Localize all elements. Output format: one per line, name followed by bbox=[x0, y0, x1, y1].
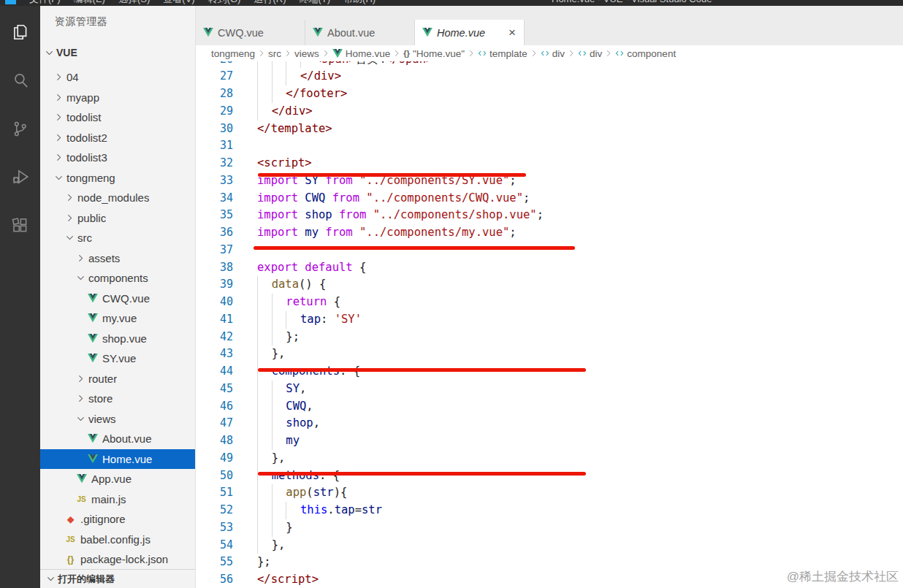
line-number[interactable]: 50 bbox=[196, 467, 233, 485]
line-number[interactable]: 52 bbox=[196, 502, 233, 519]
line-number[interactable]: 28 bbox=[196, 85, 233, 103]
code-line-53[interactable]: 53} bbox=[196, 519, 903, 537]
line-number[interactable]: 32 bbox=[196, 155, 233, 172]
line-number[interactable]: 56 bbox=[196, 571, 233, 588]
code-line-33[interactable]: 33import SY from "../components/SY.vue"; bbox=[196, 172, 903, 190]
code-line-34[interactable]: 34import CWQ from "../components/CWQ.vue… bbox=[196, 190, 903, 207]
code-line-32[interactable]: 32<script> bbox=[196, 155, 903, 172]
sidebar-item-src[interactable]: src bbox=[40, 228, 195, 248]
code-line-28[interactable]: 28</footer> bbox=[196, 85, 903, 103]
code-line-37[interactable]: 37 bbox=[196, 242, 903, 259]
line-number[interactable]: 53 bbox=[196, 519, 233, 537]
line-number[interactable]: 35 bbox=[196, 207, 233, 224]
sidebar-item-shop-vue[interactable]: shop.vue bbox=[40, 329, 195, 349]
code-line-54[interactable]: 54}, bbox=[196, 537, 903, 554]
tab-home-vue[interactable]: Home.vue× bbox=[415, 20, 525, 45]
line-number[interactable]: 30 bbox=[196, 121, 233, 138]
code-line-30[interactable]: 30</template> bbox=[196, 121, 903, 138]
code-line-40[interactable]: 40return { bbox=[196, 294, 903, 311]
explorer-icon[interactable] bbox=[3, 8, 38, 56]
code-line-43[interactable]: 43}, bbox=[196, 345, 903, 363]
code-line-27[interactable]: 27</div> bbox=[196, 68, 903, 85]
breadcrumb-src[interactable]: src bbox=[268, 48, 281, 59]
breadcrumb-component[interactable]: component bbox=[615, 48, 676, 59]
run-debug-icon[interactable] bbox=[3, 153, 38, 201]
sidebar-item-cwq-vue[interactable]: CWQ.vue bbox=[40, 289, 195, 309]
line-number[interactable]: 47 bbox=[196, 415, 233, 432]
sidebar-item-gitignore[interactable]: ◆.gitignore bbox=[40, 509, 195, 530]
line-number[interactable]: 46 bbox=[196, 398, 233, 416]
sidebar-item-store[interactable]: store bbox=[40, 389, 195, 409]
breadcrumb-home-vue[interactable]: {}"Home.vue" bbox=[403, 48, 465, 59]
code-line-42[interactable]: 42}; bbox=[196, 329, 903, 346]
sidebar-item-babel-config-js[interactable]: JSbabel.config.js bbox=[40, 530, 195, 550]
sidebar-item-myapp[interactable]: myapp bbox=[40, 88, 195, 108]
line-number[interactable]: 48 bbox=[196, 432, 233, 450]
sidebar-item-04[interactable]: 04 bbox=[40, 67, 195, 88]
line-number[interactable]: 42 bbox=[196, 329, 233, 346]
line-number[interactable]: 40 bbox=[196, 294, 233, 311]
sidebar-item-package-lock-json[interactable]: {}package-lock.json bbox=[40, 549, 195, 569]
sidebar-item-public[interactable]: public bbox=[40, 208, 195, 229]
sidebar-item-router[interactable]: router bbox=[40, 369, 195, 389]
line-number[interactable]: 27 bbox=[196, 68, 233, 85]
tab-cwq-vue[interactable]: CWQ.vue bbox=[196, 20, 305, 45]
line-number[interactable]: 31 bbox=[196, 137, 233, 155]
sidebar-item-tongmeng[interactable]: tongmeng bbox=[40, 168, 195, 188]
code-line-36[interactable]: 36import my from "../components/my.vue"; bbox=[196, 224, 903, 242]
tab-about-vue[interactable]: About.vue bbox=[305, 20, 415, 45]
code-line-45[interactable]: 45SY, bbox=[196, 381, 903, 398]
code-line-52[interactable]: 52this.tap=str bbox=[196, 502, 903, 519]
sidebar-item-node-modules[interactable]: node_modules bbox=[40, 188, 195, 208]
line-number[interactable]: 39 bbox=[196, 276, 233, 294]
code-line-39[interactable]: 39data() { bbox=[196, 276, 903, 294]
sidebar-item-sy-vue[interactable]: SY.vue bbox=[40, 348, 195, 369]
code-line-44[interactable]: 44components: { bbox=[196, 363, 903, 381]
menu-item-6[interactable]: 运行(R) bbox=[247, 0, 292, 6]
source-control-icon[interactable] bbox=[3, 104, 38, 153]
breadcrumb-views[interactable]: views bbox=[294, 48, 319, 59]
line-number[interactable]: 49 bbox=[196, 450, 233, 467]
line-number[interactable]: 36 bbox=[196, 224, 233, 242]
line-number[interactable]: 51 bbox=[196, 484, 233, 502]
line-number[interactable]: 29 bbox=[196, 103, 233, 121]
menu-item-4[interactable]: 查看(V) bbox=[156, 0, 201, 6]
sidebar-item-my-vue[interactable]: my.vue bbox=[40, 308, 195, 329]
line-number[interactable]: 54 bbox=[196, 537, 233, 554]
code-line-50[interactable]: 50methods: { bbox=[196, 467, 903, 485]
sidebar-item-todolist2[interactable]: todolist2 bbox=[40, 128, 195, 148]
code-line-48[interactable]: 48my bbox=[196, 432, 903, 450]
line-number[interactable]: 41 bbox=[196, 311, 233, 329]
code-line-41[interactable]: 41tap: 'SY' bbox=[196, 311, 903, 329]
line-number[interactable]: 43 bbox=[196, 345, 233, 363]
sidebar-item-views[interactable]: views bbox=[40, 409, 195, 429]
breadcrumb-div[interactable]: div bbox=[578, 48, 602, 59]
sidebar-item-todolist3[interactable]: todolist3 bbox=[40, 148, 195, 168]
sidebar-item-todolist[interactable]: todolist bbox=[40, 107, 195, 128]
open-editors-header[interactable]: 打开的编辑器 bbox=[40, 569, 195, 588]
breadcrumb-home-vue[interactable]: Home.vue bbox=[332, 48, 391, 59]
sidebar-item-components[interactable]: components bbox=[40, 268, 195, 289]
sidebar-item-main-js[interactable]: JSmain.js bbox=[40, 489, 195, 510]
menu-item-2[interactable]: 编辑(E) bbox=[67, 0, 112, 6]
line-number[interactable]: 45 bbox=[196, 381, 233, 398]
code-line-49[interactable]: 49}, bbox=[196, 450, 903, 467]
code-line-38[interactable]: 38export default { bbox=[196, 259, 903, 277]
menu-item-1[interactable]: 文件(F) bbox=[23, 0, 67, 6]
line-number[interactable]: 38 bbox=[196, 259, 233, 277]
line-number[interactable]: 55 bbox=[196, 554, 233, 571]
line-number[interactable]: 33 bbox=[196, 172, 233, 190]
breadcrumb-tongmeng[interactable]: tongmeng bbox=[211, 48, 255, 59]
line-number[interactable]: 34 bbox=[196, 190, 233, 207]
sidebar-item-home-vue[interactable]: Home.vue bbox=[40, 449, 195, 470]
menu-item-5[interactable]: 转到(G) bbox=[202, 0, 248, 6]
close-icon[interactable]: × bbox=[508, 26, 517, 39]
code-line-51[interactable]: 51app(str){ bbox=[196, 484, 903, 502]
breadcrumb-template[interactable]: template bbox=[478, 48, 527, 59]
search-icon[interactable] bbox=[3, 56, 38, 104]
line-number[interactable]: 44 bbox=[196, 363, 233, 381]
sidebar-item-app-vue[interactable]: App.vue bbox=[40, 469, 195, 489]
menu-item-7[interactable]: 终端(T) bbox=[292, 0, 337, 6]
code-line-47[interactable]: 47shop, bbox=[196, 415, 903, 432]
breadcrumb-div[interactable]: div bbox=[541, 48, 565, 59]
